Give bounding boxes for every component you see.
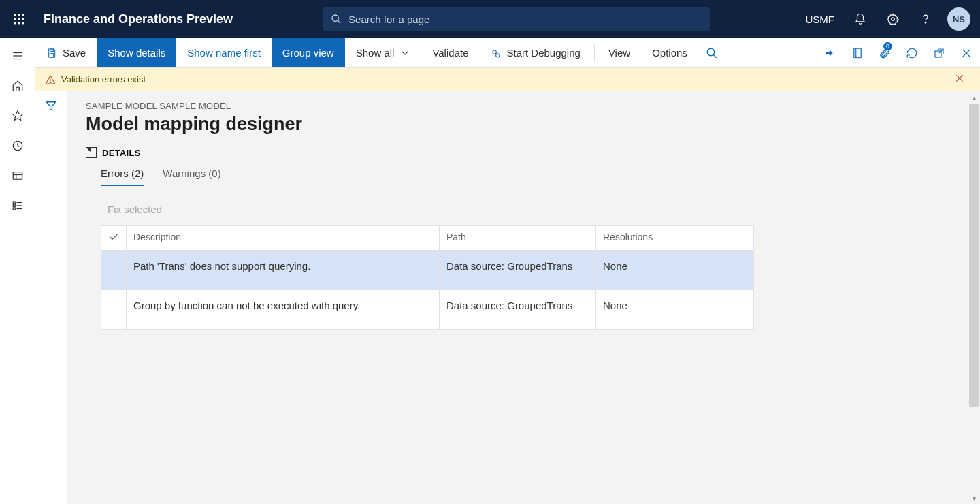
- breadcrumb: SAMPLE MODEL SAMPLE MODEL: [86, 101, 966, 111]
- modules-icon: [12, 200, 24, 212]
- cell-description: Group by function can not be executed wi…: [127, 290, 440, 330]
- scroll-track[interactable]: [968, 104, 980, 492]
- svg-point-37: [50, 82, 50, 82]
- svg-point-7: [18, 22, 20, 25]
- save-button[interactable]: Save: [35, 38, 97, 67]
- start-debugging-button[interactable]: Start Debugging: [479, 38, 591, 67]
- svg-rect-21: [13, 205, 15, 207]
- svg-point-30: [707, 48, 715, 56]
- filter-pane-toggle[interactable]: [35, 91, 67, 504]
- find-button[interactable]: [698, 38, 725, 68]
- validate-button[interactable]: Validate: [421, 38, 479, 67]
- banner-close-button[interactable]: [954, 73, 970, 86]
- nav-workspaces[interactable]: [0, 161, 35, 191]
- cell-resolutions: None: [596, 290, 754, 330]
- tab-warnings[interactable]: Warnings (0): [163, 168, 220, 186]
- search-icon: [331, 14, 342, 25]
- svg-point-11: [892, 18, 895, 21]
- options-menu[interactable]: Options: [641, 38, 698, 67]
- nav-home[interactable]: [0, 71, 35, 101]
- nav-recent[interactable]: [0, 131, 35, 161]
- validation-banner: Validation errors exist: [35, 68, 980, 91]
- open-office-button[interactable]: [844, 38, 871, 68]
- table-row[interactable]: Group by function can not be executed wi…: [101, 290, 754, 330]
- scroll-down-button[interactable]: ▾: [968, 492, 980, 504]
- svg-point-8: [22, 22, 24, 25]
- close-icon: [960, 47, 973, 59]
- attachments-button[interactable]: 0: [871, 38, 898, 68]
- svg-point-3: [14, 18, 16, 20]
- hamburger-icon: [12, 50, 24, 62]
- details-tabs: Errors (2) Warnings (0): [86, 168, 966, 186]
- help-button[interactable]: [911, 0, 941, 38]
- bell-icon: [854, 13, 866, 25]
- table-row[interactable]: Path 'Trans' does not support querying. …: [101, 251, 754, 290]
- settings-button[interactable]: [878, 0, 908, 38]
- svg-rect-17: [13, 172, 22, 180]
- action-toolbar: Save Show details Show name first Group …: [35, 38, 980, 68]
- cell-resolutions: None: [596, 251, 754, 290]
- show-name-first-button[interactable]: Show name first: [176, 38, 272, 67]
- user-avatar[interactable]: NS: [947, 7, 970, 31]
- view-menu[interactable]: View: [598, 38, 641, 67]
- notifications-button[interactable]: [845, 0, 875, 38]
- banner-text: Validation errors exist: [61, 74, 146, 84]
- svg-line-10: [338, 20, 340, 23]
- refresh-button[interactable]: [898, 38, 926, 68]
- separator: [594, 44, 595, 62]
- workspace-icon: [12, 170, 24, 182]
- save-icon: [46, 48, 57, 59]
- warning-icon: [45, 74, 56, 85]
- debug-icon: [490, 48, 501, 59]
- row-checkbox[interactable]: [101, 290, 127, 330]
- group-view-button[interactable]: Group view: [272, 38, 345, 67]
- show-all-dropdown[interactable]: Show all: [345, 38, 422, 67]
- company-picker[interactable]: USMF: [798, 14, 843, 25]
- left-rail: [0, 38, 35, 504]
- office-icon: [851, 47, 864, 59]
- app-title: Finance and Operations Preview: [44, 12, 233, 27]
- fix-selected-button[interactable]: Fix selected: [108, 204, 162, 215]
- svg-rect-22: [13, 208, 15, 210]
- row-checkbox[interactable]: [101, 251, 127, 290]
- close-icon: [954, 73, 965, 84]
- global-search[interactable]: Search for a page: [323, 7, 710, 31]
- search-icon: [706, 47, 718, 59]
- page-title: Model mapping designer: [86, 114, 966, 135]
- close-button[interactable]: [953, 38, 980, 68]
- details-collapse-toggle[interactable]: [86, 147, 97, 158]
- app-launcher-button[interactable]: [0, 13, 38, 25]
- col-description[interactable]: Description: [127, 226, 440, 251]
- cell-description: Path 'Trans' does not support querying.: [127, 251, 440, 290]
- svg-point-6: [14, 22, 16, 25]
- svg-point-29: [496, 53, 500, 57]
- scroll-thumb[interactable]: [969, 104, 979, 407]
- col-resolutions[interactable]: Resolutions: [596, 226, 754, 251]
- popout-button[interactable]: [926, 38, 953, 68]
- svg-rect-32: [854, 48, 862, 58]
- svg-point-0: [14, 14, 16, 16]
- search-placeholder: Search for a page: [348, 14, 429, 25]
- nav-menu-button[interactable]: [0, 41, 35, 71]
- svg-rect-26: [50, 49, 53, 51]
- filter-icon: [45, 99, 57, 112]
- select-all-checkbox[interactable]: [101, 226, 127, 251]
- help-icon: [919, 13, 932, 25]
- svg-line-31: [713, 54, 717, 58]
- vertical-scrollbar[interactable]: ▴ ▾: [968, 91, 980, 504]
- app-header: Finance and Operations Preview Search fo…: [0, 0, 980, 38]
- svg-point-2: [22, 14, 24, 16]
- tab-errors[interactable]: Errors (2): [101, 168, 144, 186]
- svg-rect-20: [13, 202, 15, 204]
- personalize-button[interactable]: [817, 38, 844, 68]
- svg-point-1: [18, 14, 20, 16]
- svg-point-4: [18, 18, 20, 20]
- scroll-up-button[interactable]: ▴: [968, 91, 980, 104]
- show-details-button[interactable]: Show details: [97, 38, 176, 67]
- popout-icon: [933, 47, 945, 59]
- save-label: Save: [63, 47, 86, 59]
- diamond-icon: [824, 47, 836, 59]
- nav-favorites[interactable]: [0, 101, 35, 131]
- col-path[interactable]: Path: [440, 226, 596, 251]
- nav-modules[interactable]: [0, 191, 35, 221]
